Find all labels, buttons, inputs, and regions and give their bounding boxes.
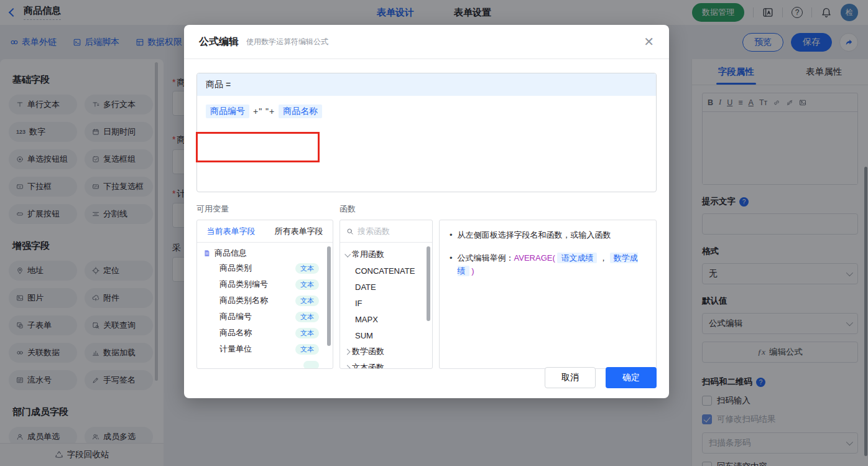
formula-target-field: 商品 [206, 79, 223, 90]
function-group-text[interactable]: 文本函数 [340, 360, 432, 369]
variables-scrollbar[interactable] [327, 246, 331, 346]
example-function-close: ) [471, 266, 474, 276]
example-function-open: AVERAGE( [514, 253, 555, 263]
chevron-right-icon [344, 365, 351, 369]
tab-current-form-fields[interactable]: 当前表单字段 [207, 226, 256, 237]
functions-pane: 常用函数 CONCATENATE DATE IF MAPX SUM 数学函数 文… [339, 220, 433, 369]
formula-field-token[interactable]: 商品名称 [279, 105, 322, 118]
variables-pane: 当前表单字段 所有表单字段 商品信息 商品类别文本 商品类别编号文本 商品类别名… [196, 220, 333, 369]
function-item[interactable]: IF [340, 295, 432, 311]
type-badge: 文本 [295, 279, 319, 290]
bullet-dot: • [450, 252, 453, 278]
type-badge [303, 361, 319, 369]
formula-field-token[interactable]: 商品编号 [206, 105, 249, 118]
chevron-right-icon [344, 348, 351, 355]
formula-expression-area[interactable]: 商品编号 +" "+ 商品名称 [197, 96, 656, 127]
variable-row[interactable]: 商品类别文本 [197, 260, 333, 276]
type-badge: 文本 [295, 312, 319, 322]
bullet-dot: • [450, 229, 453, 242]
function-item[interactable]: DATE [340, 279, 432, 295]
type-badge: 文本 [295, 328, 319, 338]
modal-subtitle: 使用数学运算符编辑公式 [246, 37, 328, 47]
variable-row[interactable]: 商品编号文本 [197, 309, 333, 325]
chevron-down-icon [344, 251, 351, 257]
search-icon [346, 228, 354, 235]
function-group-common[interactable]: 常用函数 [340, 246, 432, 263]
formula-editor-modal: 公式编辑 使用数学运算符编辑公式 ✕ 商品 = 商品编号 +" "+ 商品名称 … [184, 25, 669, 398]
function-item[interactable]: SUM [340, 327, 432, 343]
formula-target-bar: 商品 = [197, 73, 656, 96]
tip-line-2: 公式编辑举例：AVERAGE( 语文成绩 ， 数学成绩 ) [458, 252, 646, 278]
tab-all-form-fields[interactable]: 所有表单字段 [275, 226, 323, 237]
tips-pane: •从左侧面板选择字段名和函数，或输入函数 • 公式编辑举例：AVERAGE( 语… [439, 220, 657, 369]
function-item[interactable]: MAPX [340, 311, 432, 327]
type-badge: 文本 [295, 344, 319, 355]
function-group-math[interactable]: 数学函数 [340, 343, 432, 360]
formula-editor: 商品 = 商品编号 +" "+ 商品名称 [196, 73, 657, 192]
equals-sign: = [226, 80, 231, 90]
type-badge: 文本 [295, 296, 319, 306]
cancel-button[interactable]: 取消 [545, 367, 596, 388]
close-icon[interactable]: ✕ [644, 35, 654, 48]
functions-pane-label: 函数 [339, 203, 433, 215]
variables-root-node[interactable]: 商品信息 [197, 243, 333, 260]
formula-operator-token: +" "+ [253, 106, 275, 116]
functions-scrollbar[interactable] [427, 246, 430, 321]
function-search-input[interactable] [358, 226, 420, 236]
variable-row-clipped[interactable] [197, 357, 333, 369]
function-item[interactable]: CONCATENATE [340, 263, 432, 279]
variable-row[interactable]: 商品名称文本 [197, 325, 333, 341]
function-search[interactable] [340, 220, 432, 243]
example-arg-chip: 语文成绩 [557, 253, 597, 263]
variable-row[interactable]: 计量单位文本 [197, 341, 333, 357]
confirm-button[interactable]: 确定 [606, 367, 657, 388]
modal-title: 公式编辑 [199, 35, 239, 49]
variables-pane-label: 可用变量 [196, 203, 333, 215]
variable-row[interactable]: 商品类别编号文本 [197, 276, 333, 292]
type-badge: 文本 [295, 263, 319, 274]
document-icon [203, 249, 211, 257]
variable-row[interactable]: 商品类别名称文本 [197, 292, 333, 309]
tip-line-1: 从左侧面板选择字段名和函数，或输入函数 [458, 229, 611, 242]
